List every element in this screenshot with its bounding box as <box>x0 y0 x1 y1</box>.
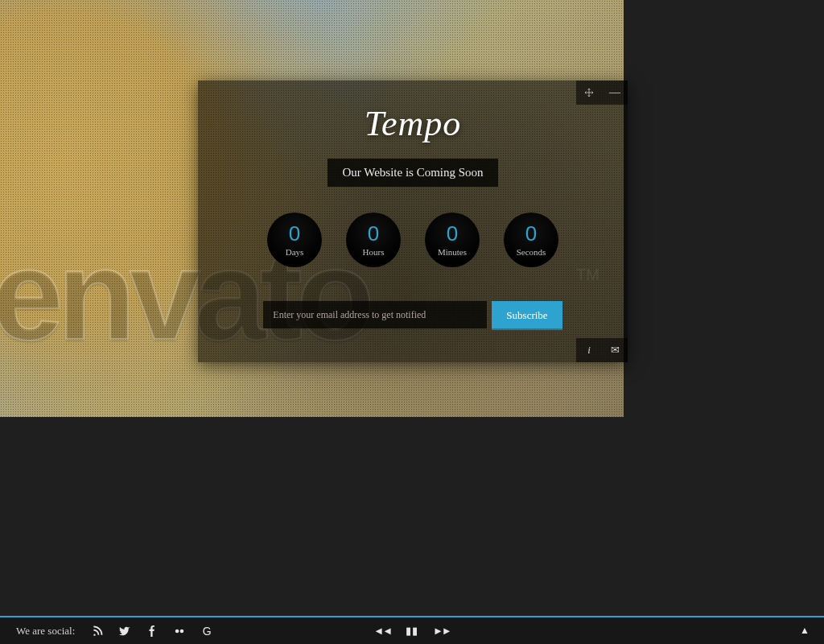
info-icon[interactable]: i <box>576 338 602 362</box>
pause-button[interactable]: ▮▮ <box>406 625 418 638</box>
countdown-hours: 0 Hours <box>346 213 401 267</box>
email-field[interactable] <box>263 301 487 328</box>
svg-point-0 <box>175 629 179 633</box>
countdown-days: 0 Days <box>267 213 322 267</box>
coming-soon-card: — Tempo Our Website is Coming Soon 0 Day… <box>198 80 628 362</box>
social-label: We are social: <box>16 625 75 638</box>
google-icon[interactable]: G <box>200 625 213 638</box>
move-icon[interactable] <box>576 80 602 105</box>
countdown-minutes: 0 Minutes <box>425 213 480 267</box>
countdown-days-label: Days <box>286 247 304 257</box>
next-button[interactable]: ►► <box>433 625 451 638</box>
countdown-minutes-label: Minutes <box>438 247 467 257</box>
prev-button[interactable]: ◄◄ <box>373 625 391 638</box>
countdown-hours-value: 0 <box>368 223 379 244</box>
countdown-minutes-value: 0 <box>447 223 458 244</box>
social-icons: G <box>91 625 213 638</box>
subscribe-button[interactable]: Subscribe <box>492 301 562 330</box>
footer-bar: We are social: G ◄◄ ▮▮ ►► ▲ <box>0 616 824 644</box>
mail-icon[interactable]: ✉ <box>602 338 628 362</box>
minimize-button[interactable]: — <box>602 80 628 105</box>
countdown-seconds: 0 Seconds <box>504 213 558 267</box>
card-top-controls: — <box>576 80 628 105</box>
twitter-icon[interactable] <box>118 625 131 638</box>
countdown: 0 Days 0 Hours 0 Minutes 0 Seconds <box>198 213 628 267</box>
rss-icon[interactable] <box>91 625 104 638</box>
svg-point-1 <box>180 629 184 633</box>
countdown-hours-label: Hours <box>363 247 385 257</box>
media-player-controls: ◄◄ ▮▮ ►► <box>373 625 450 638</box>
scroll-to-top-button[interactable]: ▲ <box>800 625 810 637</box>
countdown-seconds-label: Seconds <box>517 247 546 257</box>
facebook-icon[interactable] <box>146 625 159 638</box>
subscribe-form: Subscribe <box>198 301 628 330</box>
countdown-days-value: 0 <box>289 223 300 244</box>
countdown-seconds-value: 0 <box>525 223 537 244</box>
card-bottom-controls: i ✉ <box>576 338 628 362</box>
flickr-icon[interactable] <box>173 625 186 638</box>
brand-title: Tempo <box>198 103 628 144</box>
tagline: Our Website is Coming Soon <box>328 159 497 187</box>
